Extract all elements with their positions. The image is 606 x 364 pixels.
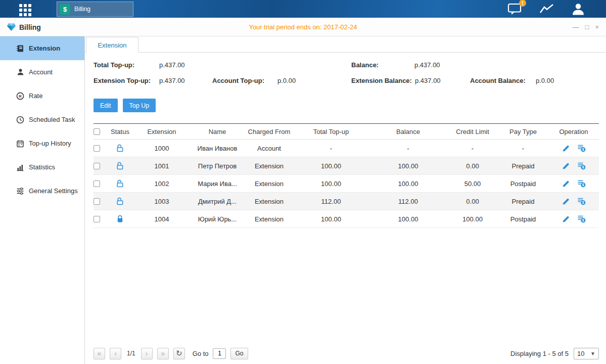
svg-text:$: $ <box>582 201 584 205</box>
edit-icon[interactable] <box>562 162 570 170</box>
notification-badge: ! <box>519 0 526 7</box>
account-topup-value: p.0.00 <box>277 77 296 84</box>
sidebar-item-rate[interactable]: R Rate <box>0 84 84 108</box>
extension-name: Юрий Юрь... <box>190 215 245 223</box>
column-header-extension: Extension <box>134 128 190 135</box>
extension-name: Иван Иванов <box>190 145 245 152</box>
caret-down-icon: ▼ <box>590 351 595 356</box>
charged-from: Extension <box>245 180 293 188</box>
select-all-checkbox[interactable] <box>94 128 100 135</box>
trial-notice: Your trial period ends on: 2017-02-24 <box>0 18 606 36</box>
status-cell <box>106 215 134 223</box>
sidebar-item-topup-history[interactable]: Top-up History <box>0 131 84 155</box>
topup-icon[interactable]: $ <box>577 162 586 170</box>
row-checkbox[interactable] <box>94 145 100 152</box>
sidebar-item-general-settings[interactable]: General Settings <box>0 179 84 203</box>
table-header: Status Extension Name Charged From Total… <box>94 124 599 140</box>
action-bar: Edit Top Up <box>94 99 156 112</box>
charged-from: Extension <box>245 215 293 223</box>
tab-extension[interactable]: Extension <box>86 37 138 53</box>
topup-icon[interactable]: $ <box>577 197 586 205</box>
row-checkbox[interactable] <box>94 163 100 169</box>
unlocked-icon <box>116 179 124 188</box>
topup-icon[interactable]: $ <box>577 215 586 223</box>
charged-from: Account <box>245 145 293 152</box>
header-checkbox-cell <box>94 128 106 135</box>
prev-page-button[interactable]: ‹ <box>110 348 121 359</box>
row-checkbox[interactable] <box>94 180 100 187</box>
first-page-button[interactable]: « <box>94 348 105 359</box>
extension-name: Мария Ива... <box>190 180 245 188</box>
statistics-chart-icon[interactable] <box>539 3 554 15</box>
window-title-bar: Billing Your trial period ends on: 2017-… <box>0 18 606 36</box>
account-balance-value: p.0.00 <box>536 77 554 84</box>
table-row: 1002Мария Ива...Extension100.00100.0050.… <box>94 175 599 193</box>
total-topup: 100.00 <box>293 180 369 188</box>
operation-cell: $ <box>548 215 599 223</box>
sidebar-item-scheduled-task[interactable]: Scheduled Task <box>0 108 84 131</box>
table-row: 1003Дмитрий Д...Extension112.00112.000.0… <box>94 193 599 210</box>
main-content: Extension Total Top-up: p.437.00 Balance… <box>85 36 606 364</box>
edit-button[interactable]: Edit <box>94 99 118 112</box>
extension-balance-label: Extension Balance: <box>351 77 412 84</box>
sidebar-item-extension[interactable]: Extension <box>0 36 84 60</box>
extension-number: 1001 <box>134 162 190 170</box>
column-header-operation: Operation <box>548 128 599 135</box>
extension-number: 1000 <box>134 145 190 152</box>
minimize-button[interactable]: — <box>573 24 579 30</box>
extension-table: Status Extension Name Charged From Total… <box>94 123 599 228</box>
pay-type: Prepaid <box>498 198 548 205</box>
row-checkbox[interactable] <box>94 198 100 205</box>
refresh-button[interactable]: ↻ <box>173 348 185 359</box>
user-icon[interactable] <box>572 3 585 15</box>
line-chart-icon <box>539 3 554 15</box>
total-topup-label: Total Top-up: <box>94 61 134 69</box>
locked-icon <box>116 215 124 223</box>
maximize-button[interactable]: □ <box>585 24 589 30</box>
svg-text:R: R <box>19 94 22 99</box>
row-checkbox[interactable] <box>94 216 100 222</box>
sidebar-item-account[interactable]: Account <box>0 60 84 84</box>
taskbar-item-billing[interactable]: $ Billing <box>57 2 133 17</box>
account-topup-label: Account Top-up: <box>212 77 264 84</box>
go-button[interactable]: Go <box>230 348 248 359</box>
page-title: Billing <box>19 23 41 31</box>
charged-from: Extension <box>245 198 293 205</box>
balance: 100.00 <box>369 162 447 170</box>
svg-text:$: $ <box>582 218 584 222</box>
edit-icon[interactable] <box>562 145 570 152</box>
pay-type: Postpaid <box>498 215 548 223</box>
page-size-select[interactable]: 10 ▼ <box>574 348 599 359</box>
messages-icon[interactable]: ! <box>507 3 522 15</box>
close-button[interactable]: × <box>595 24 599 30</box>
topup-icon[interactable]: $ <box>577 144 586 152</box>
total-topup-value: p.437.00 <box>159 61 185 69</box>
credit-limit: 0.00 <box>447 162 498 170</box>
balance-label: Balance: <box>351 61 379 69</box>
extension-topup-value: p.437.00 <box>159 77 185 84</box>
next-page-button[interactable]: › <box>141 348 153 359</box>
page-size-value: 10 <box>577 350 584 357</box>
taskbar-item-label: Billing <box>74 6 90 13</box>
sidebar-item-label: General Settings <box>29 187 78 195</box>
account-icon <box>16 68 24 76</box>
edit-icon[interactable] <box>562 180 570 188</box>
sidebar-item-label: Extension <box>29 44 60 52</box>
extension-icon <box>16 44 24 53</box>
extension-topup-label: Extension Top-up: <box>94 77 151 84</box>
goto-input[interactable] <box>213 348 226 359</box>
top-bar: $ Billing ! <box>0 0 606 18</box>
sidebar-item-label: Statistics <box>29 163 55 171</box>
apps-grid-icon[interactable] <box>19 4 31 16</box>
extension-number: 1004 <box>134 215 190 223</box>
top-up-button[interactable]: Top Up <box>123 99 156 112</box>
topup-icon[interactable]: $ <box>577 179 586 188</box>
pay-type: - <box>498 145 548 152</box>
sidebar-item-label: Account <box>29 68 53 76</box>
sidebar-item-statistics[interactable]: Statistics <box>0 155 84 179</box>
summary-row-2: Extension Top-up: p.437.00 Account Top-u… <box>85 77 606 85</box>
status-cell <box>106 197 134 205</box>
edit-icon[interactable] <box>562 215 570 223</box>
edit-icon[interactable] <box>562 198 570 205</box>
last-page-button[interactable]: » <box>157 348 169 359</box>
